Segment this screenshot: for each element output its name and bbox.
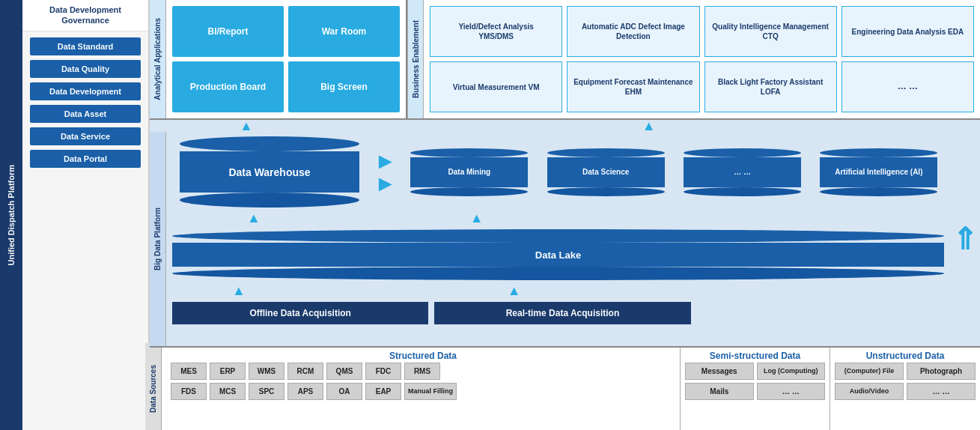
structured-row1: MES ERP WMS RCM QMS FDC RMS (171, 363, 675, 380)
realtime-acquisition[interactable]: Real-time Data Acquisition (434, 302, 690, 324)
item-wms[interactable]: WMS (249, 363, 284, 380)
structured-row2: FDS MCS SPC APS OA EAP Manual Filling (171, 383, 675, 400)
ds-cyl-top (547, 148, 665, 157)
page-wrapper: Unified Dispatch Platform Data Developme… (0, 0, 980, 430)
gov-data-service[interactable]: Data Service (30, 127, 141, 145)
ai-cyl-bot (820, 187, 937, 196)
item-computer-file[interactable]: (Computer) File (835, 363, 904, 380)
analytical-label-text: Analytical Applications (153, 18, 162, 100)
dm-cyl-bot (410, 187, 528, 196)
app-production-board[interactable]: Production Board (172, 61, 284, 112)
gov-data-standard[interactable]: Data Standard (30, 37, 141, 55)
item-fdc[interactable]: FDC (365, 363, 401, 380)
data-warehouse-cylinder: Data Warehouse (172, 136, 367, 208)
semi-title: Semi-structured Data (685, 351, 825, 363)
item-photograph[interactable]: Photograph (907, 363, 976, 380)
item-messages[interactable]: Messages (685, 363, 754, 380)
up-arrow-acq1: ▲ (232, 283, 246, 299)
arrow-right-icon: ► (374, 150, 397, 172)
unstruct-row1: (Computer) File Photograph (835, 363, 976, 380)
item-mcs[interactable]: MCS (210, 383, 246, 400)
dw-cyl-bot (180, 193, 359, 208)
data-lake-container: Data Lake (172, 229, 944, 280)
ai-cylinder: Artificial Intelligence (AI) (814, 148, 944, 196)
be-ellipsis[interactable]: … … (841, 61, 974, 112)
gov-data-development[interactable]: Data Development (30, 82, 141, 100)
ai-cyl-mid: Artificial Intelligence (AI) (820, 157, 937, 187)
be-engineering-data[interactable]: Engineering Data Analysis EDA (841, 6, 974, 57)
data-science-cylinder: Data Science (541, 148, 671, 196)
be-yield-defect[interactable]: Yield/Defect Analysis YMS/DMS (430, 6, 562, 57)
arrow-row-1: ▲ ▲ (150, 120, 980, 132)
unstruct-title: Unstructured Data (835, 351, 976, 363)
be-black-light[interactable]: Black Light Factory Assistant LOFA (704, 61, 837, 112)
right-cylinders: Data Mining Data Science … … (404, 148, 944, 196)
item-semi-ellipsis[interactable]: … … (757, 383, 826, 400)
item-erp[interactable]: ERP (210, 363, 246, 380)
dm-cyl-mid: Data Mining (410, 157, 528, 187)
structured-title: Structured Data (171, 351, 675, 363)
offline-acquisition[interactable]: Offline Data Acquisition (172, 302, 428, 324)
acq-spacer (697, 302, 944, 324)
item-eap[interactable]: EAP (365, 383, 401, 400)
up-arrow-right: ▲ (470, 211, 484, 226)
up-arrows-row2: ▲ ▲ (172, 283, 944, 299)
analytical-label-bar: Analytical Applications (150, 0, 166, 118)
gov-data-portal[interactable]: Data Portal (30, 150, 141, 168)
item-oa[interactable]: OA (326, 383, 362, 400)
ellipsis-cylinder: … … (677, 148, 807, 196)
big-up-arrow: ⇑ (952, 224, 978, 254)
arrow-right-section: ► ► (374, 150, 397, 195)
lake-top (172, 229, 944, 243)
gov-data-quality[interactable]: Data Quality (30, 60, 141, 78)
ai-cyl-top (820, 148, 937, 157)
item-rcm[interactable]: RCM (287, 363, 323, 380)
gov-data-asset[interactable]: Data Asset (30, 105, 141, 123)
item-mails[interactable]: Mails (685, 383, 754, 400)
item-fds[interactable]: FDS (171, 383, 207, 400)
item-unstruct-ellipsis[interactable]: … … (907, 383, 976, 400)
item-rms[interactable]: RMS (404, 363, 440, 380)
analytical-apps-grid: BI/Report War Room Production Board Big … (166, 0, 406, 118)
business-enablement-section: Business Enablement Yield/Defect Analysi… (407, 0, 980, 118)
lake-mid: Data Lake (172, 243, 944, 267)
semi-row2: Mails … … (685, 383, 825, 400)
app-big-screen[interactable]: Big Screen (288, 61, 400, 112)
be-apps-grid: Yield/Defect Analysis YMS/DMS Automatic … (424, 0, 980, 118)
el-cyl-mid: … … (684, 157, 801, 187)
semi-structured-section: Semi-structured Data Messages Log (Compu… (681, 348, 830, 430)
item-audio-video[interactable]: Audio/Video (835, 383, 904, 400)
item-qms[interactable]: QMS (326, 363, 362, 380)
item-spc[interactable]: SPC (249, 383, 284, 400)
bdp-content: Data Warehouse ► ► Data Mining (166, 132, 950, 346)
dw-cyl-top (180, 136, 359, 151)
app-bi-report[interactable]: BI/Report (172, 6, 284, 57)
up-arrow-acq2: ▲ (508, 283, 521, 299)
be-label-bar: Business Enablement (407, 0, 424, 118)
top-section: Analytical Applications BI/Report War Ro… (150, 0, 980, 120)
analytical-applications-section: Analytical Applications BI/Report War Ro… (150, 0, 407, 118)
app-war-room[interactable]: War Room (288, 6, 400, 57)
be-label-text: Business Enablement (412, 20, 420, 98)
main-content-area: Analytical Applications BI/Report War Ro… (150, 0, 980, 430)
ds-cyl-mid: Data Science (547, 157, 665, 187)
be-virtual-measurement[interactable]: Virtual Measurement VM (430, 61, 562, 112)
be-quality-intelligence[interactable]: Quality Intelligence Management CTQ (704, 6, 837, 57)
data-mining-cylinder: Data Mining (404, 148, 535, 196)
structured-data-section: Structured Data MES ERP WMS RCM QMS FDC … (166, 348, 681, 430)
be-equipment-forecast[interactable]: Equipment Forecast Maintenance EHM (567, 61, 699, 112)
semi-row1: Messages Log (Computing) (685, 363, 825, 380)
big-up-arrow-container: ⇑ (950, 132, 980, 346)
unstruct-row2: Audio/Video … … (835, 383, 976, 400)
item-log[interactable]: Log (Computing) (757, 363, 826, 380)
el-cyl-top (684, 148, 801, 157)
item-aps[interactable]: APS (287, 383, 323, 400)
be-auto-adc[interactable]: Automatic ADC Defect Image Detection (567, 6, 699, 57)
up-arrow-dw: ▲ (247, 211, 261, 226)
ds-label-bar: Data Sources (145, 343, 162, 430)
governance-column: Data Development Governance Data Standar… (22, 0, 150, 430)
item-mes[interactable]: MES (171, 363, 207, 380)
ds-cyl-bot (547, 187, 665, 196)
item-manual-filling[interactable]: Manual Filling (404, 383, 457, 400)
unified-dispatch-sidebar: Unified Dispatch Platform (0, 0, 22, 430)
